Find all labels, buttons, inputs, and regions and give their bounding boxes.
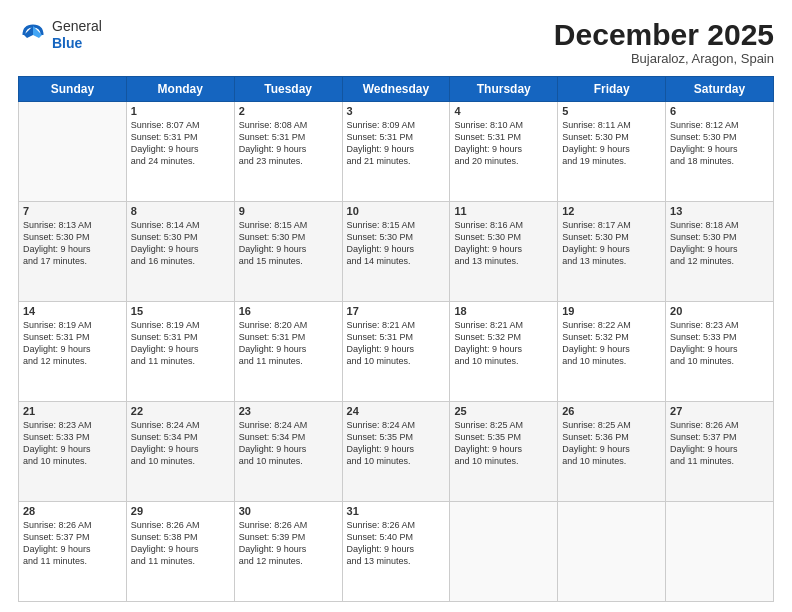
cell-info: Sunrise: 8:24 AM Sunset: 5:34 PM Dayligh… bbox=[131, 419, 230, 468]
calendar-cell: 12Sunrise: 8:17 AM Sunset: 5:30 PM Dayli… bbox=[558, 202, 666, 302]
cell-day-number: 18 bbox=[454, 305, 553, 317]
calendar-cell: 6Sunrise: 8:12 AM Sunset: 5:30 PM Daylig… bbox=[666, 102, 774, 202]
cell-info: Sunrise: 8:14 AM Sunset: 5:30 PM Dayligh… bbox=[131, 219, 230, 268]
cell-info: Sunrise: 8:08 AM Sunset: 5:31 PM Dayligh… bbox=[239, 119, 338, 168]
calendar-cell: 20Sunrise: 8:23 AM Sunset: 5:33 PM Dayli… bbox=[666, 302, 774, 402]
cell-info: Sunrise: 8:26 AM Sunset: 5:37 PM Dayligh… bbox=[670, 419, 769, 468]
weekday-header: Sunday bbox=[19, 77, 127, 102]
calendar-cell: 15Sunrise: 8:19 AM Sunset: 5:31 PM Dayli… bbox=[126, 302, 234, 402]
cell-day-number: 24 bbox=[347, 405, 446, 417]
location: Bujaraloz, Aragon, Spain bbox=[554, 51, 774, 66]
calendar-cell: 5Sunrise: 8:11 AM Sunset: 5:30 PM Daylig… bbox=[558, 102, 666, 202]
calendar-cell: 21Sunrise: 8:23 AM Sunset: 5:33 PM Dayli… bbox=[19, 402, 127, 502]
logo-icon bbox=[18, 20, 48, 50]
calendar-cell: 10Sunrise: 8:15 AM Sunset: 5:30 PM Dayli… bbox=[342, 202, 450, 302]
cell-info: Sunrise: 8:12 AM Sunset: 5:30 PM Dayligh… bbox=[670, 119, 769, 168]
calendar-table: SundayMondayTuesdayWednesdayThursdayFrid… bbox=[18, 76, 774, 602]
cell-day-number: 16 bbox=[239, 305, 338, 317]
weekday-header: Friday bbox=[558, 77, 666, 102]
calendar-cell: 24Sunrise: 8:24 AM Sunset: 5:35 PM Dayli… bbox=[342, 402, 450, 502]
cell-info: Sunrise: 8:23 AM Sunset: 5:33 PM Dayligh… bbox=[23, 419, 122, 468]
cell-day-number: 10 bbox=[347, 205, 446, 217]
cell-info: Sunrise: 8:15 AM Sunset: 5:30 PM Dayligh… bbox=[239, 219, 338, 268]
cell-day-number: 7 bbox=[23, 205, 122, 217]
calendar-cell: 11Sunrise: 8:16 AM Sunset: 5:30 PM Dayli… bbox=[450, 202, 558, 302]
cell-info: Sunrise: 8:18 AM Sunset: 5:30 PM Dayligh… bbox=[670, 219, 769, 268]
cell-info: Sunrise: 8:20 AM Sunset: 5:31 PM Dayligh… bbox=[239, 319, 338, 368]
cell-day-number: 21 bbox=[23, 405, 122, 417]
cell-info: Sunrise: 8:21 AM Sunset: 5:32 PM Dayligh… bbox=[454, 319, 553, 368]
cell-day-number: 2 bbox=[239, 105, 338, 117]
calendar-cell: 1Sunrise: 8:07 AM Sunset: 5:31 PM Daylig… bbox=[126, 102, 234, 202]
logo: General Blue bbox=[18, 18, 102, 52]
cell-day-number: 28 bbox=[23, 505, 122, 517]
cell-day-number: 8 bbox=[131, 205, 230, 217]
cell-day-number: 4 bbox=[454, 105, 553, 117]
cell-info: Sunrise: 8:23 AM Sunset: 5:33 PM Dayligh… bbox=[670, 319, 769, 368]
weekday-header: Tuesday bbox=[234, 77, 342, 102]
cell-day-number: 23 bbox=[239, 405, 338, 417]
cell-info: Sunrise: 8:25 AM Sunset: 5:36 PM Dayligh… bbox=[562, 419, 661, 468]
calendar-header-row: SundayMondayTuesdayWednesdayThursdayFrid… bbox=[19, 77, 774, 102]
calendar-cell: 25Sunrise: 8:25 AM Sunset: 5:35 PM Dayli… bbox=[450, 402, 558, 502]
cell-day-number: 17 bbox=[347, 305, 446, 317]
cell-info: Sunrise: 8:09 AM Sunset: 5:31 PM Dayligh… bbox=[347, 119, 446, 168]
calendar-cell: 17Sunrise: 8:21 AM Sunset: 5:31 PM Dayli… bbox=[342, 302, 450, 402]
cell-day-number: 26 bbox=[562, 405, 661, 417]
cell-info: Sunrise: 8:10 AM Sunset: 5:31 PM Dayligh… bbox=[454, 119, 553, 168]
header: General Blue December 2025 Bujaraloz, Ar… bbox=[18, 18, 774, 66]
cell-day-number: 20 bbox=[670, 305, 769, 317]
cell-day-number: 6 bbox=[670, 105, 769, 117]
weekday-header: Saturday bbox=[666, 77, 774, 102]
cell-day-number: 13 bbox=[670, 205, 769, 217]
cell-info: Sunrise: 8:17 AM Sunset: 5:30 PM Dayligh… bbox=[562, 219, 661, 268]
calendar-cell: 26Sunrise: 8:25 AM Sunset: 5:36 PM Dayli… bbox=[558, 402, 666, 502]
cell-info: Sunrise: 8:07 AM Sunset: 5:31 PM Dayligh… bbox=[131, 119, 230, 168]
cell-info: Sunrise: 8:22 AM Sunset: 5:32 PM Dayligh… bbox=[562, 319, 661, 368]
cell-day-number: 5 bbox=[562, 105, 661, 117]
cell-info: Sunrise: 8:11 AM Sunset: 5:30 PM Dayligh… bbox=[562, 119, 661, 168]
cell-info: Sunrise: 8:16 AM Sunset: 5:30 PM Dayligh… bbox=[454, 219, 553, 268]
calendar-row: 28Sunrise: 8:26 AM Sunset: 5:37 PM Dayli… bbox=[19, 502, 774, 602]
calendar-cell bbox=[558, 502, 666, 602]
cell-info: Sunrise: 8:15 AM Sunset: 5:30 PM Dayligh… bbox=[347, 219, 446, 268]
calendar-cell: 19Sunrise: 8:22 AM Sunset: 5:32 PM Dayli… bbox=[558, 302, 666, 402]
cell-day-number: 25 bbox=[454, 405, 553, 417]
cell-info: Sunrise: 8:26 AM Sunset: 5:37 PM Dayligh… bbox=[23, 519, 122, 568]
cell-info: Sunrise: 8:26 AM Sunset: 5:38 PM Dayligh… bbox=[131, 519, 230, 568]
calendar-cell: 18Sunrise: 8:21 AM Sunset: 5:32 PM Dayli… bbox=[450, 302, 558, 402]
calendar-cell: 29Sunrise: 8:26 AM Sunset: 5:38 PM Dayli… bbox=[126, 502, 234, 602]
calendar-cell: 4Sunrise: 8:10 AM Sunset: 5:31 PM Daylig… bbox=[450, 102, 558, 202]
weekday-header: Monday bbox=[126, 77, 234, 102]
page: General Blue December 2025 Bujaraloz, Ar… bbox=[0, 0, 792, 612]
calendar-cell: 16Sunrise: 8:20 AM Sunset: 5:31 PM Dayli… bbox=[234, 302, 342, 402]
calendar-cell: 8Sunrise: 8:14 AM Sunset: 5:30 PM Daylig… bbox=[126, 202, 234, 302]
calendar-cell: 14Sunrise: 8:19 AM Sunset: 5:31 PM Dayli… bbox=[19, 302, 127, 402]
cell-day-number: 9 bbox=[239, 205, 338, 217]
cell-day-number: 22 bbox=[131, 405, 230, 417]
logo-text: General Blue bbox=[52, 18, 102, 52]
cell-day-number: 19 bbox=[562, 305, 661, 317]
calendar-cell bbox=[450, 502, 558, 602]
cell-day-number: 29 bbox=[131, 505, 230, 517]
weekday-header: Thursday bbox=[450, 77, 558, 102]
cell-day-number: 15 bbox=[131, 305, 230, 317]
cell-day-number: 12 bbox=[562, 205, 661, 217]
calendar-cell bbox=[666, 502, 774, 602]
calendar-cell: 3Sunrise: 8:09 AM Sunset: 5:31 PM Daylig… bbox=[342, 102, 450, 202]
cell-day-number: 30 bbox=[239, 505, 338, 517]
calendar-cell: 22Sunrise: 8:24 AM Sunset: 5:34 PM Dayli… bbox=[126, 402, 234, 502]
cell-info: Sunrise: 8:21 AM Sunset: 5:31 PM Dayligh… bbox=[347, 319, 446, 368]
cell-day-number: 3 bbox=[347, 105, 446, 117]
cell-day-number: 27 bbox=[670, 405, 769, 417]
calendar-cell: 13Sunrise: 8:18 AM Sunset: 5:30 PM Dayli… bbox=[666, 202, 774, 302]
calendar-row: 7Sunrise: 8:13 AM Sunset: 5:30 PM Daylig… bbox=[19, 202, 774, 302]
calendar-cell: 23Sunrise: 8:24 AM Sunset: 5:34 PM Dayli… bbox=[234, 402, 342, 502]
cell-info: Sunrise: 8:19 AM Sunset: 5:31 PM Dayligh… bbox=[23, 319, 122, 368]
calendar-cell: 2Sunrise: 8:08 AM Sunset: 5:31 PM Daylig… bbox=[234, 102, 342, 202]
cell-info: Sunrise: 8:24 AM Sunset: 5:34 PM Dayligh… bbox=[239, 419, 338, 468]
calendar-cell: 31Sunrise: 8:26 AM Sunset: 5:40 PM Dayli… bbox=[342, 502, 450, 602]
cell-day-number: 14 bbox=[23, 305, 122, 317]
cell-info: Sunrise: 8:25 AM Sunset: 5:35 PM Dayligh… bbox=[454, 419, 553, 468]
cell-info: Sunrise: 8:26 AM Sunset: 5:39 PM Dayligh… bbox=[239, 519, 338, 568]
